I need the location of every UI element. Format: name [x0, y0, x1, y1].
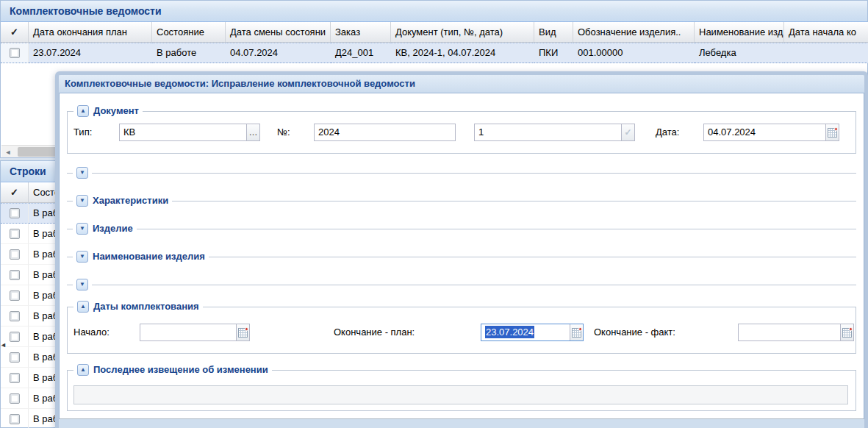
picking-list-row[interactable]: 23.07.2024 В работе 04.07.2024 Д24_001 К…: [1, 43, 867, 63]
column-header-end-date-plan[interactable]: Дата окончания план: [29, 22, 152, 43]
expand-toggle-icon[interactable]: ▼: [76, 195, 88, 207]
line-checkbox[interactable]: [10, 393, 20, 404]
calendar-icon: [572, 328, 581, 338]
date-label: Дата:: [656, 124, 679, 141]
start-date-label: Начало:: [73, 324, 110, 341]
line-checkbox-cell[interactable]: [1, 203, 29, 224]
line-checkbox[interactable]: [10, 208, 20, 218]
expand-toggle-icon[interactable]: ▼: [76, 279, 88, 290]
date-trigger-button[interactable]: [236, 324, 249, 340]
fieldset-characteristics: ▼ Характеристики: [67, 193, 856, 208]
panel-collapse-handle[interactable]: ◄: [0, 340, 7, 350]
select-all-column-header[interactable]: ✓: [1, 22, 29, 43]
number2-field[interactable]: 1 ✓: [474, 124, 635, 141]
row-checkbox-cell[interactable]: [1, 43, 29, 63]
picking-lists-panel-title: Комплектовочные ведомости: [1, 1, 867, 22]
cell-product-code[interactable]: 001.00000: [573, 43, 695, 63]
lookup-trigger-button[interactable]: …: [246, 124, 259, 140]
line-checkbox-cell[interactable]: [1, 306, 29, 327]
dialog-title[interactable]: Комплектовочные ведомости: Исправление к…: [59, 75, 864, 93]
cell-product-name[interactable]: Лебедка: [695, 43, 784, 63]
row-checkbox[interactable]: [10, 48, 20, 58]
column-header-start-date[interactable]: Дата начала ко: [784, 22, 868, 43]
collapse-left-icon: ◄: [0, 341, 7, 349]
line-checkbox[interactable]: [10, 311, 20, 321]
fieldset-product: ▼ Изделие: [67, 221, 856, 236]
line-checkbox-cell[interactable]: [1, 244, 29, 265]
fieldset-collapsed-2: ▼: [67, 277, 856, 292]
type-label: Тип:: [73, 124, 92, 141]
cell-end-date-plan[interactable]: 23.07.2024: [29, 43, 152, 63]
column-header-product-code[interactable]: Обозначение изделия..: [573, 22, 695, 43]
end-plan-field[interactable]: 23.07.2024: [481, 324, 584, 341]
expand-toggle-icon[interactable]: ▼: [76, 223, 88, 235]
collapse-toggle-icon[interactable]: ▲: [77, 364, 89, 376]
expand-toggle-icon[interactable]: ▼: [76, 167, 88, 179]
calendar-icon: [842, 328, 852, 338]
column-header-product-name[interactable]: Наименование изд: [695, 22, 784, 43]
cell-start-date[interactable]: [784, 43, 868, 63]
confirm-trigger-button[interactable]: ✓: [621, 124, 634, 140]
type-field[interactable]: КВ …: [119, 124, 260, 141]
number-label: №:: [277, 124, 290, 141]
fieldset-dates: ▲ Даты комплектования Начало: Окончание …: [67, 307, 856, 354]
date-trigger-button[interactable]: [570, 324, 583, 340]
cell-state-change-date[interactable]: 04.07.2024: [226, 43, 331, 63]
collapse-toggle-icon[interactable]: ▲: [77, 105, 89, 117]
calendar-icon: [238, 328, 248, 338]
check-icon: ✓: [10, 182, 18, 202]
line-checkbox[interactable]: [10, 270, 20, 280]
collapse-toggle-icon[interactable]: ▲: [77, 301, 89, 313]
scroll-left-button[interactable]: ◄: [1, 146, 15, 158]
line-checkbox-cell[interactable]: [1, 409, 29, 428]
start-date-field[interactable]: [140, 324, 250, 341]
cell-order[interactable]: Д24_001: [331, 43, 391, 63]
end-plan-label: Окончание - план:: [334, 324, 415, 341]
calendar-icon: [828, 128, 837, 138]
expand-toggle-icon[interactable]: ▼: [76, 251, 88, 263]
fieldset-characteristics-label: Характеристики: [93, 195, 168, 207]
picking-lists-grid-header: ✓ Дата окончания план Состояние Дата сме…: [1, 22, 867, 43]
column-header-state-change-date[interactable]: Дата смены состояни: [226, 22, 331, 43]
column-header-document[interactable]: Документ (тип, №, дата): [391, 22, 534, 43]
check-icon: ✓: [624, 129, 631, 136]
line-checkbox[interactable]: [10, 414, 20, 424]
end-fact-label: Окончание - факт:: [594, 324, 675, 341]
date-trigger-button[interactable]: [840, 324, 853, 340]
edit-picking-list-dialog: Комплектовочные ведомости: Исправление к…: [55, 71, 868, 428]
line-checkbox-cell[interactable]: [1, 388, 29, 409]
fieldset-document-label: Документ: [93, 105, 139, 117]
scroll-left-icon: ◄: [5, 149, 12, 156]
line-checkbox-cell[interactable]: [1, 285, 29, 306]
date-trigger-button[interactable]: [825, 124, 839, 140]
line-checkbox[interactable]: [10, 373, 20, 383]
fieldset-notice: ▲ Последнее извещение об изменении: [67, 370, 856, 411]
line-checkbox-cell[interactable]: [1, 265, 29, 285]
date-field[interactable]: 04.07.2024: [703, 124, 839, 141]
number-field[interactable]: 2024: [314, 124, 456, 141]
column-header-state[interactable]: Состояние: [152, 22, 226, 43]
fieldset-collapsed-1: ▼: [67, 165, 856, 180]
dialog-body: ▲ Документ Тип: КВ … №: 2024 1 ✓ Дата: 0…: [59, 93, 864, 419]
lines-select-all-header[interactable]: ✓: [1, 182, 29, 203]
cell-document[interactable]: КВ, 2024-1, 04.07.2024: [391, 43, 534, 63]
fieldset-product-name: ▼ Наименование изделия: [67, 249, 856, 264]
selected-text: 23.07.2024: [485, 326, 534, 338]
cell-state[interactable]: В работе: [152, 43, 226, 63]
line-checkbox[interactable]: [10, 249, 20, 260]
fieldset-product-label: Изделие: [93, 223, 133, 235]
column-header-order[interactable]: Заказ: [331, 22, 391, 43]
cell-kind[interactable]: ПКИ: [534, 43, 573, 63]
line-checkbox-cell[interactable]: [1, 368, 29, 388]
line-checkbox[interactable]: [10, 352, 20, 363]
column-header-kind[interactable]: Вид: [534, 22, 573, 43]
end-fact-field[interactable]: [738, 324, 854, 341]
fieldset-dates-label: Даты комплектования: [93, 301, 199, 313]
line-checkbox-cell[interactable]: [1, 224, 29, 244]
line-checkbox-cell[interactable]: [1, 347, 29, 368]
line-checkbox[interactable]: [10, 290, 20, 301]
line-checkbox[interactable]: [10, 229, 20, 239]
ellipsis-icon: …: [249, 129, 258, 136]
check-icon: ✓: [10, 22, 18, 42]
line-checkbox[interactable]: [10, 332, 20, 342]
